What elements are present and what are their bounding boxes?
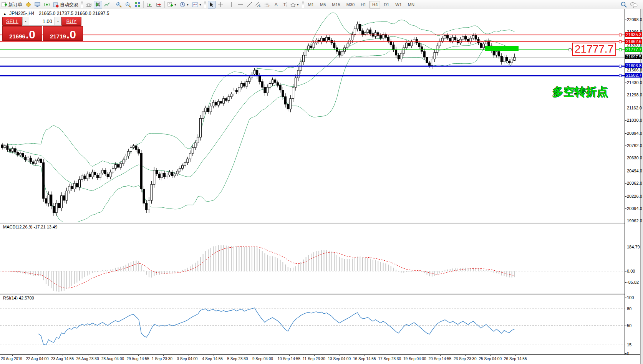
candlestick-chart-icon <box>95 2 101 7</box>
line-chart-button[interactable] <box>103 1 111 8</box>
pane-separator[interactable] <box>0 222 640 223</box>
level-label-21502.7: 21502.7 <box>625 73 642 78</box>
time-tick <box>491 355 491 356</box>
equidistant-channel-tool[interactable]: E <box>254 1 262 8</box>
cursor-tool-button[interactable] <box>208 1 215 8</box>
sell-button[interactable]: SELL <box>2 17 22 26</box>
arrows-tool[interactable]: ▼ <box>289 1 300 8</box>
crosshair-icon <box>217 2 223 8</box>
metaeditor-button[interactable] <box>24 1 33 8</box>
signals-button[interactable] <box>43 1 51 8</box>
time-tick <box>390 355 390 356</box>
rsi-label: RSI(14) 42.5700 <box>3 296 34 300</box>
time-label: 9 Sep 04:00 <box>252 357 273 361</box>
rsi-tick <box>625 353 626 354</box>
time-tick <box>515 355 516 356</box>
auto-trading-icon <box>53 2 59 8</box>
macd-pane[interactable] <box>0 223 625 293</box>
toolbar-grip <box>302 1 304 8</box>
timeframe-w1[interactable]: W1 <box>393 1 404 8</box>
time-tick <box>465 355 466 356</box>
time-tick <box>88 355 88 356</box>
trendline-tool[interactable] <box>245 1 253 8</box>
new-order-button[interactable]: 新订单 <box>0 1 23 8</box>
rsi-tick <box>625 298 626 298</box>
timeframe-mn[interactable]: MN <box>405 1 417 8</box>
vertical-line-tool[interactable] <box>228 1 235 8</box>
timeframe-m5[interactable]: M5 <box>317 1 328 8</box>
time-axis[interactable]: 20 Aug 201922 Aug 04:0023 Aug 14:5526 Au… <box>0 354 640 364</box>
toolbar-separator <box>164 1 165 8</box>
time-label: 19 Sep 04:00 <box>403 357 426 361</box>
timeframe-d1[interactable]: D1 <box>381 1 392 8</box>
timeframe-h4[interactable]: H4 <box>370 1 380 8</box>
clock-icon <box>180 2 186 8</box>
new-chart-icon <box>167 2 173 7</box>
level-label-21862.6: 21862.6 <box>625 39 642 44</box>
volume-increase-button[interactable]: ▲ <box>55 17 61 26</box>
zoom-out-button[interactable] <box>124 1 133 8</box>
volume-decrease-button[interactable]: ▼ <box>22 17 29 26</box>
time-tick <box>365 355 365 356</box>
auto-trading-button[interactable]: 自动交易 <box>52 1 80 8</box>
price-scale[interactable]: 22098.021966.021830.021698.021566.021430… <box>625 9 640 355</box>
new-order-icon <box>2 2 7 8</box>
price-callout-box[interactable]: 21777.7 <box>572 43 616 56</box>
time-tick <box>12 355 13 356</box>
fibonacci-tool[interactable]: F <box>263 1 272 8</box>
chart-shift-button[interactable] <box>154 1 163 8</box>
collapse-one-click-icon[interactable]: ▲ <box>3 12 7 16</box>
macd-tick <box>625 282 626 283</box>
rsi-tick <box>625 309 626 309</box>
search-button[interactable] <box>620 1 628 8</box>
trendline-icon <box>247 2 252 7</box>
bar-chart-icon <box>86 2 92 7</box>
time-tick <box>163 355 164 356</box>
price-tick <box>625 221 626 221</box>
sell-price-frac: .0 <box>26 30 35 40</box>
buy-button[interactable]: BUY <box>61 17 81 26</box>
templates-button[interactable]: ▼ <box>191 1 203 8</box>
horizontal-line-tool[interactable] <box>236 1 245 8</box>
new-chart-button[interactable]: ▼ <box>166 1 178 8</box>
crosshair-tool-button[interactable] <box>216 1 224 8</box>
candlestick-chart-button[interactable] <box>94 1 102 8</box>
mt4-terminal: 新订单 自动交易 <box>0 0 643 364</box>
chat-button[interactable] <box>629 1 639 8</box>
turning-point-text[interactable]: 多空转折点 <box>552 84 608 100</box>
price-tick-label: 20630.0 <box>627 156 642 160</box>
rsi-pane[interactable] <box>0 294 625 354</box>
rsi-tick <box>625 345 626 345</box>
buy-price-display[interactable]: 21719 .0 <box>43 26 83 41</box>
volume-input[interactable] <box>29 17 55 26</box>
time-label: 11 Sep 23:30 <box>303 357 325 361</box>
periods-button[interactable]: ▼ <box>179 1 190 8</box>
chart-window[interactable]: ▲ JPN225-,H4 21665.0 21737.5 21660.0 216… <box>0 9 643 364</box>
price-tick <box>625 108 626 108</box>
timeframe-m1[interactable]: M1 <box>305 1 317 8</box>
main-chart-pane[interactable] <box>0 9 625 222</box>
toolbar: 新订单 自动交易 <box>0 0 643 10</box>
zoom-in-button[interactable] <box>115 1 123 8</box>
auto-scroll-button[interactable] <box>145 1 154 8</box>
text-label-tool[interactable]: T <box>281 1 288 8</box>
time-tick <box>264 355 264 356</box>
bar-chart-button[interactable] <box>85 1 93 8</box>
time-label: 16 Sep 14:55 <box>353 357 376 361</box>
window-right-gutter <box>640 9 643 364</box>
metaeditor-icon <box>25 2 31 7</box>
text-tool[interactable]: A <box>272 1 280 8</box>
cursor-icon <box>209 2 214 7</box>
time-tick <box>239 355 239 356</box>
templates-icon <box>192 2 198 7</box>
tile-windows-button[interactable] <box>133 1 142 8</box>
timeframe-m30[interactable]: M30 <box>344 1 357 8</box>
timeframe-h1[interactable]: H1 <box>358 1 369 8</box>
terminal-button[interactable] <box>33 1 42 8</box>
green-highlight-rectangle[interactable] <box>485 46 519 51</box>
time-label: 13 Sep 04:00 <box>328 357 351 361</box>
timeframe-m15[interactable]: M15 <box>329 1 343 8</box>
pane-separator[interactable] <box>0 293 640 295</box>
sell-price-display[interactable]: 21696 .0 <box>2 26 42 41</box>
price-tick-label: 21162.0 <box>627 106 642 110</box>
